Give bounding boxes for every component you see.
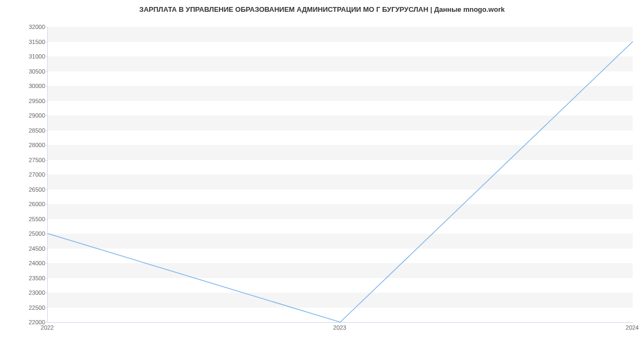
y-tick [45, 145, 47, 146]
y-tick [45, 263, 47, 264]
line-chart: ЗАРПЛАТА В УПРАВЛЕНИЕ ОБРАЗОВАНИЕМ АДМИН… [0, 0, 644, 349]
y-tick [45, 130, 47, 131]
y-tick-label: 28500 [2, 127, 45, 134]
y-tick-label: 28000 [2, 142, 45, 148]
y-tick [45, 249, 47, 249]
y-tick [45, 101, 47, 101]
y-tick [45, 278, 47, 279]
plot-area [47, 27, 633, 323]
y-tick-label: 31500 [2, 39, 45, 45]
y-tick [45, 322, 47, 323]
x-tick-label: 2023 [333, 324, 346, 331]
y-tick [45, 308, 47, 308]
y-tick [45, 115, 47, 116]
y-tick [45, 27, 47, 27]
y-tick [45, 56, 47, 57]
y-tick-label: 32000 [2, 24, 45, 30]
data-line [48, 42, 633, 323]
y-tick-label: 22500 [2, 304, 45, 311]
chart-title: ЗАРПЛАТА В УПРАВЛЕНИЕ ОБРАЗОВАНИЕМ АДМИН… [0, 5, 644, 13]
y-tick [45, 293, 47, 293]
y-tick-label: 24000 [2, 260, 45, 266]
y-tick-label: 25500 [2, 216, 45, 222]
y-tick-label: 29000 [2, 112, 45, 119]
y-tick-label: 25000 [2, 230, 45, 237]
y-tick [45, 86, 47, 86]
y-tick-label: 29500 [2, 98, 45, 104]
y-tick-label: 26000 [2, 201, 45, 207]
y-tick [45, 160, 47, 161]
y-tick [45, 234, 47, 234]
x-tick-label: 2024 [626, 324, 639, 331]
y-tick-label: 31000 [2, 53, 45, 60]
y-tick-label: 26500 [2, 186, 45, 193]
y-tick-label: 23000 [2, 289, 45, 296]
y-tick [45, 204, 47, 205]
y-tick [45, 174, 47, 175]
y-tick-label: 27500 [2, 157, 45, 163]
y-tick-label: 30500 [2, 68, 45, 75]
y-tick-label: 22000 [2, 319, 45, 325]
y-tick-label: 24500 [2, 245, 45, 252]
y-tick [45, 42, 47, 42]
y-tick-label: 27000 [2, 171, 45, 178]
y-tick [45, 190, 47, 190]
y-tick [45, 219, 47, 220]
y-tick [45, 71, 47, 72]
x-tick-label: 2022 [41, 324, 54, 331]
y-tick-label: 23500 [2, 275, 45, 281]
y-tick-label: 30000 [2, 83, 45, 89]
